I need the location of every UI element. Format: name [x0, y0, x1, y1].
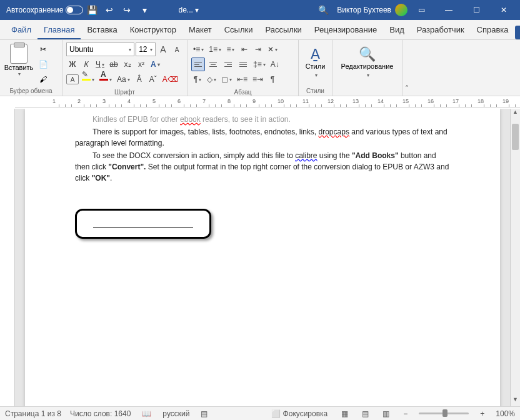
styles-icon: A̱: [302, 46, 328, 62]
increase-indent-button[interactable]: ⇥: [252, 42, 264, 56]
tab-file[interactable]: Файл: [5, 21, 38, 39]
strikethrough-button[interactable]: ab: [108, 58, 120, 71]
char-border-button[interactable]: A: [66, 74, 79, 84]
cut-icon[interactable]: ✂: [36, 42, 50, 56]
web-layout-icon[interactable]: ▥: [380, 409, 392, 418]
grow-font2-button[interactable]: Â: [133, 72, 146, 86]
spellcheck-error[interactable]: dropcaps: [319, 128, 349, 136]
print-layout-icon[interactable]: ▤: [359, 409, 371, 418]
asian-layout-button[interactable]: ✕▾: [266, 42, 279, 56]
language-status[interactable]: русский: [162, 409, 189, 418]
collapse-ribbon-icon[interactable]: ˄: [402, 82, 415, 96]
shrink-font-button[interactable]: A: [171, 42, 183, 56]
group-styles: A̱ Стили ▾ Стили: [299, 40, 332, 96]
align-left-button[interactable]: [191, 58, 205, 71]
document-text[interactable]: Kindles of EPUB for other ebook readers,…: [75, 114, 450, 239]
word-count[interactable]: Число слов: 1640: [70, 409, 131, 418]
superscript-button[interactable]: x²: [135, 58, 148, 71]
user-name[interactable]: Виктор Бухтеев: [337, 6, 391, 14]
format-painter-icon[interactable]: 🖌: [36, 72, 50, 86]
qat-dropdown-icon[interactable]: ▾: [136, 1, 153, 19]
decrease-indent-button[interactable]: ⇤: [238, 42, 251, 56]
horizontal-ruler[interactable]: 12345678910111213141516171819: [15, 96, 520, 108]
numbering-button[interactable]: 1≡▾: [207, 42, 223, 56]
align-right-button[interactable]: [221, 58, 235, 71]
document-scroll[interactable]: Kindles of EPUB for other ebook readers,…: [15, 109, 510, 406]
tab-layout[interactable]: Макет: [182, 21, 218, 39]
show-marks-button[interactable]: ¶▾: [191, 72, 204, 86]
borders-button[interactable]: ▢▾: [219, 72, 234, 86]
vertical-scrollbar[interactable]: ▲ ▼: [510, 109, 520, 406]
tab-developer[interactable]: Разработчик: [411, 21, 471, 39]
clear-formatting-button[interactable]: A⌫: [161, 72, 180, 86]
clipboard-icon: [10, 44, 28, 64]
grow-font-button[interactable]: A: [157, 42, 169, 56]
shading-button[interactable]: ◇▾: [205, 72, 218, 86]
accessibility-icon[interactable]: ▤: [198, 409, 210, 418]
scroll-track[interactable]: [511, 119, 520, 396]
tab-help[interactable]: Справка: [471, 21, 515, 39]
search-icon[interactable]: 🔍: [314, 1, 332, 19]
zoom-out-icon[interactable]: −: [401, 409, 410, 418]
focus-mode-button[interactable]: ⬜ Фокусировка: [269, 409, 330, 418]
grammar-error[interactable]: calibre: [295, 151, 317, 160]
font-name-combo[interactable]: Ubuntu▾: [66, 42, 134, 56]
page[interactable]: Kindles of EPUB for other ebook readers,…: [25, 109, 500, 406]
page-count[interactable]: Страница 1 из 8: [5, 409, 61, 418]
ribbon-options-icon[interactable]: ▭: [408, 0, 435, 20]
editing-button[interactable]: 🔍 Редактирование ▾: [336, 42, 398, 79]
spellcheck-status-icon[interactable]: 📖: [139, 409, 154, 418]
zoom-level[interactable]: 100%: [496, 409, 515, 418]
tab-insert[interactable]: Вставка: [81, 21, 123, 39]
document-title[interactable]: de... ▾: [178, 6, 199, 14]
vertical-ruler[interactable]: [0, 109, 15, 406]
save-icon[interactable]: 💾: [83, 1, 101, 19]
toggle-switch-icon[interactable]: [66, 6, 83, 14]
scroll-up-icon[interactable]: ▲: [511, 109, 520, 119]
tab-review[interactable]: Рецензирование: [308, 21, 383, 39]
zoom-in-icon[interactable]: +: [478, 409, 487, 418]
tab-design[interactable]: Конструктор: [124, 21, 182, 39]
shrink-font2-button[interactable]: Aˇ: [147, 72, 159, 86]
font-size-combo[interactable]: 12▾: [136, 42, 156, 56]
bullets-button[interactable]: •≡▾: [191, 42, 206, 56]
zoom-slider[interactable]: [419, 412, 469, 414]
maximize-icon[interactable]: ☐: [462, 0, 490, 20]
undo-icon[interactable]: ↩: [101, 1, 118, 19]
ruler-number: 13: [352, 98, 359, 104]
shape-line: [93, 228, 193, 228]
styles-button[interactable]: A̱ Стили ▾: [302, 42, 328, 79]
spellcheck-error[interactable]: ebook: [180, 115, 201, 124]
tab-references[interactable]: Ссылки: [218, 21, 259, 39]
tab-view[interactable]: Вид: [383, 21, 411, 39]
indent-right-button[interactable]: ≡⇥: [251, 72, 265, 86]
minimize-icon[interactable]: —: [435, 0, 462, 20]
para-marks-button[interactable]: ¶: [266, 72, 279, 86]
multilevel-button[interactable]: ≡▾: [224, 42, 237, 56]
tab-home[interactable]: Главная: [38, 21, 81, 39]
ruler-number: 9: [252, 98, 256, 104]
share-button[interactable]: 🔗 Поделиться: [515, 26, 520, 39]
bold-button[interactable]: Ж: [66, 58, 79, 71]
close-icon[interactable]: ✕: [490, 0, 518, 20]
autosave-toggle[interactable]: Автосохранение: [6, 6, 83, 14]
scroll-thumb[interactable]: [512, 124, 519, 150]
avatar-icon[interactable]: [395, 4, 408, 16]
change-case-button[interactable]: Aa▾: [115, 72, 132, 86]
rounded-rectangle-shape[interactable]: [75, 209, 211, 239]
font-color-button[interactable]: ▾: [98, 72, 114, 86]
indent-left-button[interactable]: ⇤≡: [235, 72, 249, 86]
redo-icon[interactable]: ↪: [118, 1, 136, 19]
copy-icon[interactable]: 📄: [36, 58, 50, 71]
highlight-button[interactable]: ▾: [80, 72, 96, 86]
tab-mailings[interactable]: Рассылки: [259, 21, 308, 39]
read-mode-icon[interactable]: ▦: [339, 409, 351, 418]
subscript-button[interactable]: x₂: [121, 58, 134, 71]
align-center-button[interactable]: [206, 58, 220, 71]
paste-button[interactable]: Вставить ▾: [4, 42, 34, 86]
justify-button[interactable]: [236, 58, 250, 71]
sort-button[interactable]: A↓: [269, 58, 281, 71]
text-effects-button[interactable]: A▾: [149, 58, 162, 71]
scroll-down-icon[interactable]: ▼: [511, 396, 520, 406]
line-spacing-button[interactable]: ‡≡▾: [251, 58, 268, 71]
